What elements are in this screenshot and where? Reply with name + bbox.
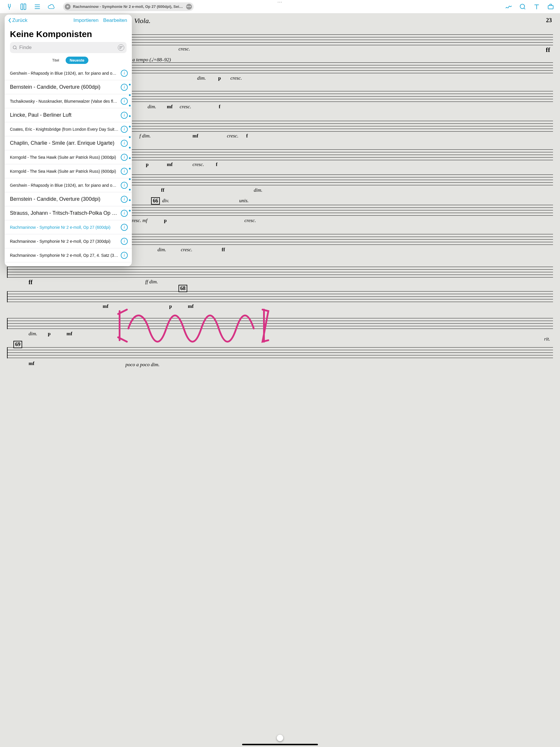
score-list[interactable]: Gershwin - Rhapsody in Blue (1924), arr.… xyxy=(5,66,132,266)
index-scrubber[interactable] xyxy=(129,84,132,211)
music-marking: ff xyxy=(222,247,225,253)
info-icon[interactable]: i xyxy=(121,112,128,119)
list-item-label: Korngold - The Sea Hawk (Suite arr Patri… xyxy=(10,155,118,160)
search-icon xyxy=(12,45,18,50)
info-icon[interactable]: i xyxy=(121,98,128,105)
list-item[interactable]: Gershwin - Rhapsody in Blue (1924), arr.… xyxy=(5,178,132,192)
tuning-fork-icon[interactable] xyxy=(2,0,16,14)
music-marking: p xyxy=(48,331,50,337)
music-marking: dim. xyxy=(197,75,206,81)
music-marking: div. xyxy=(162,198,169,204)
list-item[interactable]: Coates, Eric - Knightsbridge (from Londo… xyxy=(5,122,132,136)
search-field[interactable] xyxy=(10,42,127,53)
info-icon[interactable]: i xyxy=(121,210,128,217)
top-toolbar: ••• Rachmaninow - Symphonie Nr 2 e-moll,… xyxy=(0,0,560,14)
library-icon[interactable] xyxy=(16,0,30,14)
music-marking: dim. xyxy=(254,187,263,193)
music-marking: dim. xyxy=(29,331,37,337)
info-icon[interactable]: i xyxy=(121,84,128,91)
music-marking: unis. xyxy=(239,198,249,204)
info-icon[interactable]: i xyxy=(121,140,128,147)
list-item-label: Chaplin, Charlie - Smile (arr. Enrique U… xyxy=(10,140,118,146)
music-marking: rit. xyxy=(544,336,550,342)
scribble-icon[interactable] xyxy=(502,0,516,14)
music-marking: dim. xyxy=(148,104,156,110)
music-marking: cresc. xyxy=(181,247,192,253)
search-input[interactable] xyxy=(19,45,116,50)
instrument-label: Viola. xyxy=(134,17,151,25)
list-item[interactable]: Tschaikowsky - Nussknacker, Blumenwalzer… xyxy=(5,94,132,108)
music-marking: mf xyxy=(167,104,173,110)
list-item[interactable]: Rachmaninow - Symphonie Nr 2 e-moll, Op … xyxy=(5,248,132,262)
music-marking: resc. mf xyxy=(132,218,147,224)
list-item[interactable]: Korngold - The Sea Hawk (Suite arr Patri… xyxy=(5,164,132,178)
list-item[interactable]: Strauss, Johann - Tritsch-Tratsch-Polka … xyxy=(5,206,132,220)
list-item-label: Gershwin - Rhapsody in Blue (1924), arr.… xyxy=(10,71,118,76)
music-marking: p xyxy=(218,75,221,81)
search-icon[interactable] xyxy=(516,0,530,14)
page-number: 23 xyxy=(546,17,552,24)
list-item[interactable]: Gershwin - Rhapsody in Blue (1924), arr.… xyxy=(5,66,132,80)
music-marking: poco a poco dim. xyxy=(126,362,160,368)
briefcase-icon[interactable] xyxy=(544,0,558,14)
list-item-label: Strauss, Johann - Tritsch-Tratsch-Polka … xyxy=(10,210,118,216)
music-marking: mf xyxy=(167,162,173,168)
info-icon[interactable]: i xyxy=(121,154,128,161)
list-item[interactable]: Korngold - The Sea Hawk (Suite arr Patri… xyxy=(5,150,132,164)
sort-segmented-control: Titel Neueste xyxy=(5,57,132,66)
home-indicator[interactable] xyxy=(242,744,318,745)
info-icon[interactable]: i xyxy=(121,126,128,133)
info-icon[interactable]: i xyxy=(121,182,128,189)
back-button[interactable]: Zurück xyxy=(7,18,27,23)
music-marking: p xyxy=(164,218,166,224)
music-marking: f xyxy=(219,104,220,110)
list-item[interactable]: Rachmaninow - Symphonie Nr 2 e-moll, Op … xyxy=(5,220,132,234)
list-item[interactable]: Bernstein - Candide, Overture (600dpi)i xyxy=(5,80,132,94)
list-item[interactable]: Lincke, Paul - Berliner Lufti xyxy=(5,108,132,122)
segment-title[interactable]: Titel xyxy=(48,57,63,64)
info-icon[interactable]: i xyxy=(121,70,128,77)
list-item-label: Gershwin - Rhapsody in Blue (1924), arr.… xyxy=(10,183,118,188)
list-item-label: Rachmaninow - Symphonie Nr 2 e-moll, Op … xyxy=(10,239,118,243)
text-tool-icon[interactable] xyxy=(530,0,544,14)
music-marking: f xyxy=(216,162,218,168)
multitask-dots[interactable]: ••• xyxy=(278,1,283,4)
info-icon[interactable]: i xyxy=(121,168,128,175)
library-panel: Zurück Importieren Bearbeiten Keine Komp… xyxy=(5,15,132,266)
panel-header: Zurück Importieren Bearbeiten xyxy=(5,15,132,25)
svg-rect-2 xyxy=(548,5,553,9)
cloud-icon[interactable] xyxy=(44,0,58,14)
info-icon[interactable]: i xyxy=(121,224,128,231)
import-button[interactable]: Importieren xyxy=(74,18,99,23)
list-item-label: Rachmaninow - Symphonie Nr 2 e-moll, Op … xyxy=(10,225,118,230)
list-item[interactable]: Chaplin, Charlie - Smile (arr. Enrique U… xyxy=(5,136,132,150)
list-icon[interactable] xyxy=(30,0,44,14)
music-marking: mf xyxy=(192,133,198,139)
more-icon[interactable]: ••• xyxy=(186,4,192,10)
info-icon[interactable]: i xyxy=(121,252,128,259)
rehearsal-mark: 68 xyxy=(179,285,187,292)
music-marking: cresc. xyxy=(227,133,239,139)
svg-point-3 xyxy=(13,46,16,49)
list-item-label: Coates, Eric - Knightsbridge (from Londo… xyxy=(10,127,118,132)
svg-point-1 xyxy=(520,4,525,8)
page-turn-indicator[interactable] xyxy=(277,735,283,741)
gear-icon[interactable] xyxy=(65,4,71,10)
rehearsal-mark: 66 xyxy=(151,197,160,205)
music-marking: mf xyxy=(103,304,108,309)
music-marking: p xyxy=(146,162,149,168)
edit-button[interactable]: Bearbeiten xyxy=(103,18,127,23)
list-item[interactable]: Bernstein - Candide, Overture (300dpi)i xyxy=(5,192,132,206)
list-item-label: Korngold - The Sea Hawk (Suite arr Patri… xyxy=(10,169,118,174)
music-marking: mf xyxy=(66,331,72,337)
segment-newest[interactable]: Neueste xyxy=(65,57,89,64)
panel-title: Keine Komponisten xyxy=(5,25,132,42)
music-marking: a tempo (♩=88–92) xyxy=(132,57,171,63)
info-icon[interactable]: i xyxy=(121,238,128,245)
staff-line xyxy=(7,267,553,278)
filter-icon[interactable] xyxy=(118,44,124,51)
list-item[interactable]: Rachmaninow - Symphonie Nr 2 e-moll, Op … xyxy=(5,234,132,248)
document-title-pill[interactable]: Rachmaninow - Symphonie Nr 2 e-moll, Op … xyxy=(63,2,194,11)
music-marking: dim. xyxy=(158,247,166,253)
info-icon[interactable]: i xyxy=(121,196,128,203)
